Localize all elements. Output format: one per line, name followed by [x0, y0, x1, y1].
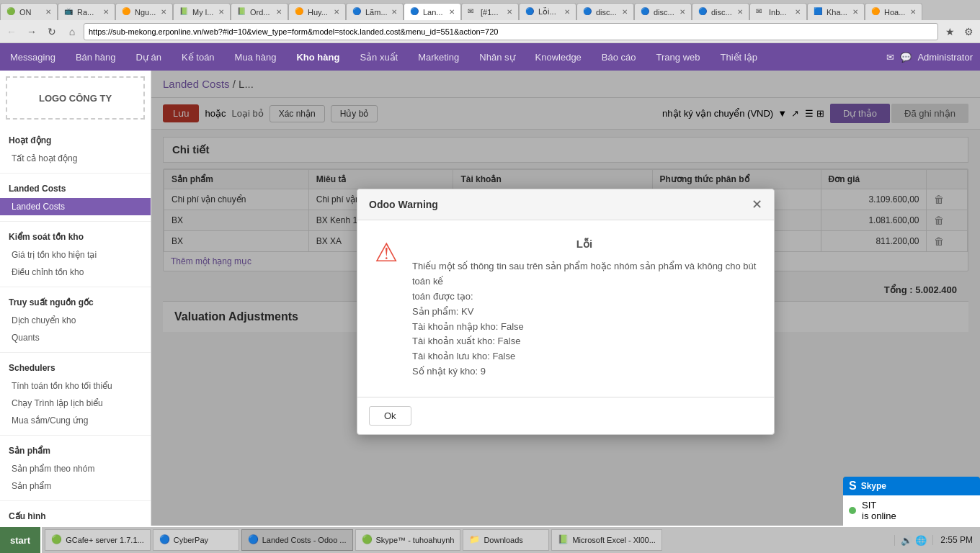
topbar-right: ✉ 💬 Administrator — [886, 52, 973, 63]
menu-sanxuat[interactable]: Sản xuất — [357, 52, 401, 63]
tab-close-9[interactable]: ✕ — [507, 8, 512, 16]
modal-msg-line2: toán được tạo: — [412, 289, 757, 305]
browser-tab-14[interactable]: ✉Inb...✕ — [749, 3, 807, 20]
tab-close-12[interactable]: ✕ — [680, 8, 685, 16]
mail-icon[interactable]: ✉ — [886, 52, 894, 63]
refresh-button[interactable]: ↻ — [43, 23, 61, 40]
tab-close-7[interactable]: ✕ — [391, 8, 397, 16]
modal-detail5: Số nhật ký kho: 9 — [412, 364, 757, 379]
menu-baocao[interactable]: Báo cáo — [599, 52, 639, 63]
browser-tab-12[interactable]: 🔵disc...✕ — [634, 3, 692, 20]
browser-tab-1[interactable]: 🟢ON✕ — [0, 3, 58, 20]
menu-thietlap[interactable]: Thiết lập — [717, 52, 760, 63]
sidebar-item-chaylap[interactable]: Chạy Trình lập lịch biểu — [0, 395, 151, 412]
taskbar-item-landedcosts[interactable]: 🔵 Landed Costs - Odoo ... — [241, 529, 353, 551]
browser-tab-6[interactable]: 🟠Huy...✕ — [288, 3, 346, 20]
taskbar-icon-skype: 🟢 — [362, 534, 373, 546]
taskbar-item-skype[interactable]: 🟢 Skype™ - tuhoahuynh — [355, 529, 461, 551]
home-button[interactable]: ⌂ — [63, 23, 81, 40]
modal-close-button[interactable]: ✕ — [752, 197, 762, 212]
tab-close-4[interactable]: ✕ — [218, 8, 224, 16]
taskbar-item-gcafe[interactable]: 🟢 GCafe+ server 1.7.1... — [45, 529, 151, 551]
menu-khohang[interactable]: Kho hàng — [293, 52, 342, 63]
menu-muahang[interactable]: Mua hàng — [232, 52, 280, 63]
browser-tab-4[interactable]: 📗My l...✕ — [173, 3, 231, 20]
tab-close-13[interactable]: ✕ — [737, 8, 743, 16]
taskbar-item-downloads[interactable]: 📁 Downloads — [463, 529, 549, 551]
browser-tab-8[interactable]: 🔵Lan...✕ — [404, 3, 461, 20]
tab-close-10[interactable]: ✕ — [564, 8, 570, 16]
tab-close-15[interactable]: ✕ — [852, 8, 858, 16]
sidebar-item-landedcosts[interactable]: Landed Costs — [0, 198, 151, 215]
taskbar-icon-cyberpay: 🔵 — [159, 534, 171, 546]
taskbar-item-cyberpay[interactable]: 🔵 CyberPay — [153, 529, 239, 551]
tab-close-1[interactable]: ✕ — [45, 8, 51, 16]
menu-nhansu[interactable]: Nhân sự — [476, 52, 517, 63]
tab-favicon-15: 🟦 — [814, 7, 824, 17]
sidebar-item-dichchuyen[interactable]: Dịch chuyển kho — [0, 312, 151, 329]
menu-knowledge[interactable]: Knowledge — [533, 52, 584, 63]
browser-tab-15[interactable]: 🟦Kha...✕ — [807, 3, 865, 20]
menu-marketing[interactable]: Marketing — [415, 52, 462, 63]
modal-detail2: Tài khoản nhập kho: False — [412, 320, 757, 335]
browser-tab-13[interactable]: 🔵disc...✕ — [692, 3, 749, 20]
taskbar-item-excel[interactable]: 📗 Microsoft Excel - Xl00... — [551, 529, 662, 551]
sidebar-item-tatca[interactable]: Tất cả hoạt động — [0, 150, 151, 167]
browser-tab-2[interactable]: 📺Ra...✕ — [58, 3, 115, 20]
ok-button[interactable]: Ok — [369, 406, 411, 426]
browser-tab-5[interactable]: 📗Ord...✕ — [231, 3, 288, 20]
sidebar-item-giatri[interactable]: Giá trị tồn kho hiện tại — [0, 246, 151, 264]
browser-tab-16[interactable]: 🟠Hoa...✕ — [865, 3, 922, 20]
sidebar-item-sanpham-nhom[interactable]: Sản phẩm theo nhóm — [0, 460, 151, 477]
tab-close-6[interactable]: ✕ — [334, 8, 339, 16]
menu-trangweb[interactable]: Trang web — [654, 52, 703, 63]
start-button[interactable]: start — [0, 527, 42, 553]
taskbar-icon-gcafe: 🟢 — [51, 534, 63, 546]
tab-favicon-3: 🟠 — [122, 7, 132, 17]
tab-close-2[interactable]: ✕ — [103, 8, 109, 16]
menu-banhang[interactable]: Bán hàng — [73, 52, 119, 63]
tab-close-14[interactable]: ✕ — [795, 8, 801, 16]
sidebar-item-tinhtoan[interactable]: Tính toán tồn kho tối thiểu — [0, 377, 151, 395]
sidebar-title-hoatdong: Hoạt động — [0, 131, 151, 150]
sidebar-item-sanpham[interactable]: Sản phẩm — [0, 477, 151, 495]
sidebar-section-schedulers: Schedulers Tính toán tồn kho tối thiểu C… — [0, 353, 151, 436]
forward-button[interactable]: → — [23, 23, 40, 40]
taskbar-icon-downloads: 📁 — [469, 534, 481, 546]
tab-favicon-14: ✉ — [756, 7, 766, 17]
main-layout: LOGO CÔNG TY Hoạt động Tất cả hoạt động … — [0, 71, 980, 553]
chat-icon[interactable]: 💬 — [900, 52, 912, 63]
modal-detail4: Tài khoản lưu kho: False — [412, 349, 757, 364]
browser-tab-10[interactable]: 🔵Lỗi...✕ — [519, 3, 576, 20]
tab-close-16[interactable]: ✕ — [910, 8, 916, 16]
menu-messaging[interactable]: Messaging — [7, 52, 58, 63]
browser-tab-3[interactable]: 🟠Ngu...✕ — [115, 3, 173, 20]
tab-close-8[interactable]: ✕ — [449, 8, 455, 16]
tab-close-5[interactable]: ✕ — [276, 8, 282, 16]
browser-toolbar: ← → ↻ ⌂ ★ ⚙ — [0, 20, 980, 43]
skype-notification[interactable]: S Skype SIT is online — [843, 477, 980, 526]
tab-close-3[interactable]: ✕ — [161, 8, 166, 16]
sidebar-item-quants[interactable]: Quants — [0, 329, 151, 346]
settings-button[interactable]: ⚙ — [960, 23, 977, 40]
bookmark-button[interactable]: ★ — [941, 23, 958, 40]
sidebar-title-sanpham: Sản phẩm — [0, 441, 151, 460]
browser-tab-9[interactable]: ✉[#1...✕ — [461, 3, 519, 20]
tab-favicon-9: ✉ — [468, 7, 478, 17]
tab-title-10: Lỗi... — [538, 7, 561, 17]
sidebar-title-truyxuat: Truy suất nguồn gốc — [0, 293, 151, 312]
menu-duan[interactable]: Dự án — [133, 52, 164, 63]
back-button[interactable]: ← — [3, 23, 20, 40]
tab-close-11[interactable]: ✕ — [622, 8, 628, 16]
url-bar[interactable] — [84, 23, 938, 40]
browser-tab-7[interactable]: 🔵Lãm...✕ — [346, 3, 404, 20]
admin-label[interactable]: Administrator — [917, 52, 973, 63]
tab-title-14: Inb... — [769, 8, 792, 17]
tab-favicon-2: 📺 — [64, 7, 74, 17]
menu-ketoan[interactable]: Kế toán — [179, 52, 218, 63]
browser-tab-11[interactable]: 🔵disc...✕ — [576, 3, 634, 20]
sidebar-section-hoatdong: Hoạt động Tất cả hoạt động — [0, 125, 151, 174]
sidebar-title-landedcosts: Landed Costs — [0, 179, 151, 198]
sidebar-item-muasam[interactable]: Mua sắm/Cung ứng — [0, 412, 151, 429]
sidebar-item-dieuchinh[interactable]: Điều chỉnh tồn kho — [0, 264, 151, 281]
